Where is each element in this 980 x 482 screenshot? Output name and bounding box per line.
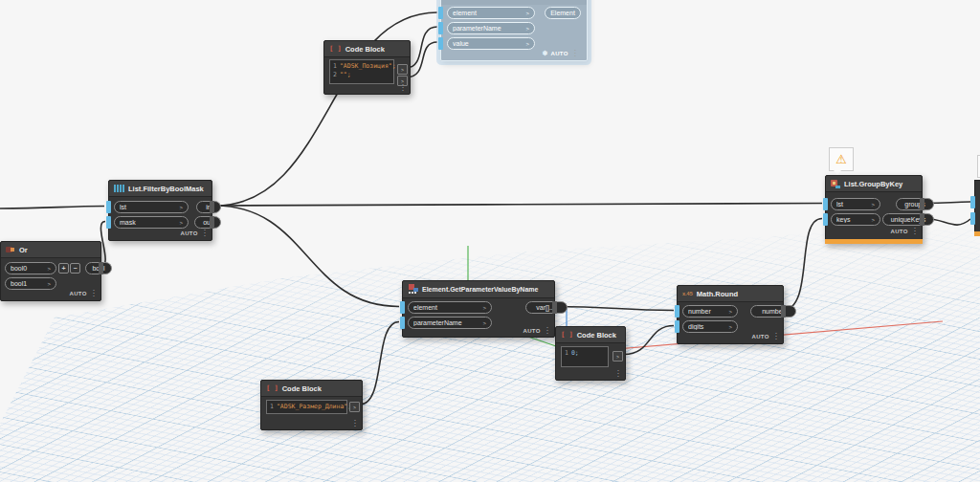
warning-badge[interactable]: ⚠	[829, 147, 854, 171]
port-connector[interactable]	[675, 320, 679, 333]
context-menu-icon[interactable]: ⋮	[544, 327, 551, 335]
line-number: 2	[333, 71, 337, 79]
input-port-number[interactable]: number >	[682, 305, 738, 318]
output-port-connector[interactable]: >	[612, 351, 623, 362]
output-port-number[interactable]: number	[750, 305, 796, 318]
input-port-lst[interactable]: lst >	[114, 201, 189, 213]
code-block-icon: [ ]	[266, 384, 278, 392]
port-connector[interactable]	[210, 216, 214, 229]
port-connector[interactable]	[400, 301, 405, 314]
port-connector[interactable]	[438, 7, 443, 19]
input-port-parametername[interactable]: parameterName >	[408, 317, 492, 329]
chevron-right-icon: >	[179, 205, 183, 210]
node-set-parameter[interactable]: element > parameterName > value > Elemen…	[440, 0, 588, 61]
node-title: Element.GetParameterValueByName	[422, 286, 538, 293]
context-menu-icon[interactable]: ⋮	[201, 230, 209, 237]
code-editor[interactable]: 1 0;	[561, 346, 609, 367]
port-connector[interactable]	[781, 305, 786, 318]
freeze-icon[interactable]: ❄	[542, 50, 547, 57]
node-math-round[interactable]: x.45 Math.Round number > digits > number…	[677, 285, 784, 344]
node-title: List.FilterByBoolMask	[128, 185, 204, 193]
input-port-value[interactable]: value >	[447, 37, 535, 50]
port-connector[interactable]	[920, 213, 924, 226]
node-list-groupbykey[interactable]: List.GroupByKey lst > keys > groups uniq…	[825, 175, 923, 244]
context-menu-icon[interactable]: ⋮	[399, 84, 407, 92]
input-port-digits[interactable]: digits >	[682, 320, 738, 333]
node-code-block-zero[interactable]: [ ] Code Block 1 0; > ⋮	[555, 326, 626, 381]
output-port-groups[interactable]: groups	[896, 198, 934, 210]
output-port-element[interactable]: Element	[545, 7, 581, 19]
node-code-block-top[interactable]: [ ] Code Block 1 "ADSK_Позиция"; 2 ""; >…	[323, 40, 411, 95]
node-element-getparametervaluebyname[interactable]: Element.GetParameterValueByName element …	[402, 280, 555, 338]
input-port-keys[interactable]: keys >	[831, 213, 880, 226]
context-menu-icon[interactable]: ⋮	[351, 420, 359, 427]
output-port-var[interactable]: var[]..[]	[525, 301, 568, 314]
node-header[interactable]	[441, 0, 587, 5]
context-menu-icon[interactable]: ⋮	[614, 370, 622, 378]
node-cutoff-right[interactable]	[974, 180, 980, 236]
port-connector[interactable]	[438, 37, 443, 50]
node-header[interactable]: [ ] Code Block	[324, 41, 410, 57]
output-port-in[interactable]: in	[196, 201, 221, 213]
node-header[interactable]: [ ] Code Block	[556, 327, 625, 343]
port-connector[interactable]	[438, 22, 443, 34]
context-menu-icon[interactable]: ⋮	[772, 333, 780, 340]
code-text: 0;	[571, 349, 579, 358]
code-editor[interactable]: 1 "ADSK_Позиция"; 2 "";	[329, 59, 394, 84]
port-connector[interactable]	[970, 196, 975, 208]
lacing-label: AUTO	[181, 230, 198, 236]
port-connector[interactable]	[970, 212, 975, 225]
port-connector[interactable]	[920, 198, 924, 210]
dynamo-canvas[interactable]: element > parameterName > value > Elemen…	[0, 0, 980, 482]
node-header[interactable]: List.GroupByKey	[826, 176, 922, 192]
wire-offscreen-to-filter-lst[interactable]	[0, 207, 104, 209]
output-port-out[interactable]: out	[194, 216, 221, 229]
port-connector[interactable]	[552, 301, 557, 314]
node-header[interactable]: Element.GetParameterValueByName	[403, 281, 554, 298]
node-title: Code Block	[345, 45, 385, 54]
node-header[interactable]: List.FilterByBoolMask	[109, 181, 212, 197]
output-port-connector[interactable]: >	[397, 64, 408, 75]
port-label: element	[453, 10, 523, 16]
warning-state-strip	[974, 231, 980, 236]
line-number: 1	[270, 403, 274, 411]
input-port-element[interactable]: element >	[408, 301, 492, 314]
port-connector[interactable]	[823, 198, 828, 210]
node-header[interactable]: Or	[1, 242, 100, 258]
wire-filter-in-to-groupbykey-lst[interactable]	[215, 204, 822, 207]
output-port-connector[interactable]: >	[349, 402, 360, 412]
port-connector[interactable]	[400, 317, 405, 329]
context-menu-icon[interactable]: ⋮	[90, 290, 98, 297]
group-by-key-icon	[831, 180, 840, 188]
node-list-filterbyboolmask[interactable]: List.FilterByBoolMask lst > mask > in ou…	[108, 180, 212, 241]
port-connector[interactable]	[106, 216, 111, 229]
port-connector[interactable]	[823, 213, 828, 226]
node-code-block-name[interactable]: [ ] Code Block 1 "ADSK_Размер_Длина"; > …	[260, 380, 363, 430]
warning-state-strip	[825, 239, 923, 244]
input-port-mask[interactable]: mask >	[114, 216, 189, 229]
input-port-bool1[interactable]: bool1 >	[5, 277, 56, 290]
input-port-element[interactable]: element >	[447, 7, 535, 19]
lacing-label: AUTO	[891, 229, 908, 234]
input-port-bool0[interactable]: bool0 >	[5, 262, 56, 274]
chevron-right-icon: >	[401, 67, 404, 73]
port-connector[interactable]	[210, 201, 214, 213]
port-connector[interactable]	[675, 305, 679, 318]
context-menu-icon[interactable]: ⋮	[571, 50, 579, 57]
output-port-uniquekeys[interactable]: uniqueKeys	[882, 213, 934, 226]
node-or[interactable]: Or bool0 > bool1 > + − bool AUTO ⋮	[0, 241, 101, 301]
context-menu-icon[interactable]: ⋮	[911, 228, 919, 235]
node-header[interactable]: x.45 Math.Round	[678, 286, 783, 302]
remove-input-button[interactable]: −	[70, 263, 80, 274]
add-input-button[interactable]: +	[58, 263, 69, 274]
port-label: lst	[836, 201, 868, 208]
input-port-lst[interactable]: lst >	[831, 198, 880, 210]
port-connector[interactable]	[106, 201, 111, 213]
warning-icon: ⚠	[835, 153, 847, 165]
node-header[interactable]: [ ] Code Block	[261, 381, 362, 397]
code-editor[interactable]: 1 "ADSK_Размер_Длина";	[266, 400, 347, 414]
port-connector[interactable]	[99, 262, 103, 274]
input-port-parametername[interactable]: parameterName >	[447, 22, 535, 34]
lacing-label: AUTO	[523, 328, 541, 334]
node-title: Code Block	[577, 331, 616, 340]
